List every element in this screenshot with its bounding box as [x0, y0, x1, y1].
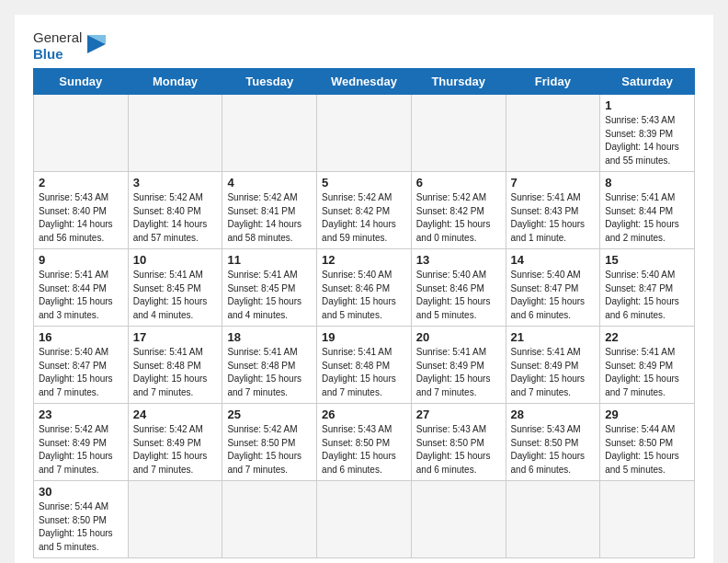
calendar-cell	[128, 95, 222, 172]
day-info: Sunrise: 5:40 AM Sunset: 8:46 PM Dayligh…	[322, 269, 406, 322]
calendar-cell: 19Sunrise: 5:41 AM Sunset: 8:48 PM Dayli…	[317, 327, 412, 404]
calendar-cell	[128, 481, 222, 558]
calendar-cell: 21Sunrise: 5:41 AM Sunset: 8:49 PM Dayli…	[506, 327, 600, 404]
calendar-header: SundayMondayTuesdayWednesdayThursdayFrid…	[34, 69, 695, 95]
header-row: SundayMondayTuesdayWednesdayThursdayFrid…	[34, 69, 695, 95]
day-number: 19	[322, 330, 406, 344]
day-number: 14	[511, 253, 596, 267]
day-info: Sunrise: 5:43 AM Sunset: 8:50 PM Dayligh…	[322, 423, 406, 477]
calendar-cell: 2Sunrise: 5:43 AM Sunset: 8:40 PM Daylig…	[34, 172, 129, 249]
day-info: Sunrise: 5:44 AM Sunset: 8:50 PM Dayligh…	[605, 423, 689, 477]
day-info: Sunrise: 5:40 AM Sunset: 8:46 PM Dayligh…	[416, 269, 501, 322]
day-info: Sunrise: 5:42 AM Sunset: 8:42 PM Dayligh…	[416, 191, 501, 245]
calendar-cell: 1Sunrise: 5:43 AM Sunset: 8:39 PM Daylig…	[600, 95, 695, 172]
day-info: Sunrise: 5:42 AM Sunset: 8:42 PM Dayligh…	[322, 191, 406, 245]
calendar-cell	[34, 95, 129, 172]
calendar-cell: 9Sunrise: 5:41 AM Sunset: 8:44 PM Daylig…	[34, 249, 129, 327]
day-header-monday: Monday	[128, 69, 222, 95]
day-info: Sunrise: 5:41 AM Sunset: 8:49 PM Dayligh…	[511, 346, 596, 399]
day-number: 16	[39, 330, 123, 344]
day-number: 23	[39, 408, 123, 421]
calendar-cell: 22Sunrise: 5:41 AM Sunset: 8:49 PM Dayli…	[600, 327, 695, 404]
logo: General Blue	[33, 29, 109, 63]
logo-mark: General Blue	[33, 29, 109, 63]
day-number: 8	[605, 176, 689, 190]
day-number: 24	[133, 408, 218, 421]
day-info: Sunrise: 5:42 AM Sunset: 8:49 PM Dayligh…	[39, 423, 123, 477]
day-number: 27	[416, 408, 501, 421]
week-row-1: 2Sunrise: 5:43 AM Sunset: 8:40 PM Daylig…	[34, 172, 695, 249]
calendar-cell: 14Sunrise: 5:40 AM Sunset: 8:47 PM Dayli…	[506, 249, 600, 327]
day-number: 26	[322, 408, 406, 421]
calendar-cell	[317, 95, 412, 172]
calendar-cell	[506, 95, 600, 172]
calendar-cell: 16Sunrise: 5:40 AM Sunset: 8:47 PM Dayli…	[34, 327, 129, 404]
day-info: Sunrise: 5:43 AM Sunset: 8:39 PM Dayligh…	[605, 114, 689, 167]
day-number: 25	[227, 408, 312, 421]
day-number: 22	[605, 330, 689, 344]
week-row-0: 1Sunrise: 5:43 AM Sunset: 8:39 PM Daylig…	[34, 95, 695, 172]
day-info: Sunrise: 5:41 AM Sunset: 8:44 PM Dayligh…	[605, 191, 689, 245]
day-number: 1	[605, 98, 689, 112]
day-number: 7	[511, 176, 596, 190]
day-number: 21	[511, 330, 596, 344]
day-number: 3	[133, 176, 218, 190]
day-number: 18	[227, 330, 312, 344]
day-info: Sunrise: 5:40 AM Sunset: 8:47 PM Dayligh…	[511, 269, 596, 322]
day-info: Sunrise: 5:43 AM Sunset: 8:50 PM Dayligh…	[416, 423, 501, 477]
day-number: 11	[227, 253, 312, 267]
day-number: 12	[322, 253, 406, 267]
calendar-cell: 8Sunrise: 5:41 AM Sunset: 8:44 PM Daylig…	[600, 172, 695, 249]
header: General Blue	[33, 29, 695, 63]
calendar-cell: 20Sunrise: 5:41 AM Sunset: 8:49 PM Dayli…	[411, 327, 506, 404]
calendar-cell	[317, 481, 412, 558]
day-info: Sunrise: 5:40 AM Sunset: 8:47 PM Dayligh…	[39, 346, 123, 399]
day-number: 5	[322, 176, 406, 190]
day-info: Sunrise: 5:41 AM Sunset: 8:44 PM Dayligh…	[39, 269, 123, 322]
calendar-cell: 27Sunrise: 5:43 AM Sunset: 8:50 PM Dayli…	[411, 404, 506, 481]
week-row-5: 30Sunrise: 5:44 AM Sunset: 8:50 PM Dayli…	[34, 481, 695, 558]
calendar-cell: 29Sunrise: 5:44 AM Sunset: 8:50 PM Dayli…	[600, 404, 695, 481]
day-info: Sunrise: 5:42 AM Sunset: 8:49 PM Dayligh…	[133, 423, 218, 477]
calendar-cell	[600, 481, 695, 558]
calendar-cell: 10Sunrise: 5:41 AM Sunset: 8:45 PM Dayli…	[128, 249, 222, 327]
day-info: Sunrise: 5:43 AM Sunset: 8:50 PM Dayligh…	[511, 423, 596, 477]
calendar-cell	[222, 481, 317, 558]
calendar-cell	[222, 95, 317, 172]
calendar-cell: 28Sunrise: 5:43 AM Sunset: 8:50 PM Dayli…	[506, 404, 600, 481]
day-info: Sunrise: 5:41 AM Sunset: 8:48 PM Dayligh…	[227, 346, 312, 399]
day-info: Sunrise: 5:40 AM Sunset: 8:47 PM Dayligh…	[605, 269, 689, 322]
calendar-cell	[506, 481, 600, 558]
calendar-cell: 26Sunrise: 5:43 AM Sunset: 8:50 PM Dayli…	[317, 404, 412, 481]
day-info: Sunrise: 5:42 AM Sunset: 8:40 PM Dayligh…	[133, 191, 218, 245]
calendar-cell: 7Sunrise: 5:41 AM Sunset: 8:43 PM Daylig…	[506, 172, 600, 249]
day-info: Sunrise: 5:43 AM Sunset: 8:40 PM Dayligh…	[39, 191, 123, 245]
day-info: Sunrise: 5:41 AM Sunset: 8:48 PM Dayligh…	[133, 346, 218, 399]
day-info: Sunrise: 5:44 AM Sunset: 8:50 PM Dayligh…	[39, 500, 123, 554]
day-number: 13	[416, 253, 501, 267]
day-number: 29	[605, 408, 689, 421]
calendar-table: SundayMondayTuesdayWednesdayThursdayFrid…	[33, 68, 695, 558]
day-number: 30	[39, 485, 123, 499]
calendar-cell: 13Sunrise: 5:40 AM Sunset: 8:46 PM Dayli…	[411, 249, 506, 327]
calendar-cell: 3Sunrise: 5:42 AM Sunset: 8:40 PM Daylig…	[128, 172, 222, 249]
day-info: Sunrise: 5:41 AM Sunset: 8:49 PM Dayligh…	[605, 346, 689, 399]
week-row-3: 16Sunrise: 5:40 AM Sunset: 8:47 PM Dayli…	[34, 327, 695, 404]
logo-text: General Blue	[33, 29, 82, 63]
day-number: 9	[39, 253, 123, 267]
calendar-cell: 18Sunrise: 5:41 AM Sunset: 8:48 PM Dayli…	[222, 327, 317, 404]
calendar-cell: 17Sunrise: 5:41 AM Sunset: 8:48 PM Dayli…	[128, 327, 222, 404]
calendar-cell: 6Sunrise: 5:42 AM Sunset: 8:42 PM Daylig…	[411, 172, 506, 249]
day-number: 15	[605, 253, 689, 267]
calendar-cell: 12Sunrise: 5:40 AM Sunset: 8:46 PM Dayli…	[317, 249, 412, 327]
day-number: 20	[416, 330, 501, 344]
day-number: 10	[133, 253, 218, 267]
day-header-friday: Friday	[506, 69, 600, 95]
calendar-cell: 4Sunrise: 5:42 AM Sunset: 8:41 PM Daylig…	[222, 172, 317, 249]
calendar-cell	[411, 95, 506, 172]
day-header-thursday: Thursday	[411, 69, 506, 95]
calendar-cell: 30Sunrise: 5:44 AM Sunset: 8:50 PM Dayli…	[34, 481, 129, 558]
week-row-2: 9Sunrise: 5:41 AM Sunset: 8:44 PM Daylig…	[34, 249, 695, 327]
day-header-saturday: Saturday	[600, 69, 695, 95]
week-row-4: 23Sunrise: 5:42 AM Sunset: 8:49 PM Dayli…	[34, 404, 695, 481]
